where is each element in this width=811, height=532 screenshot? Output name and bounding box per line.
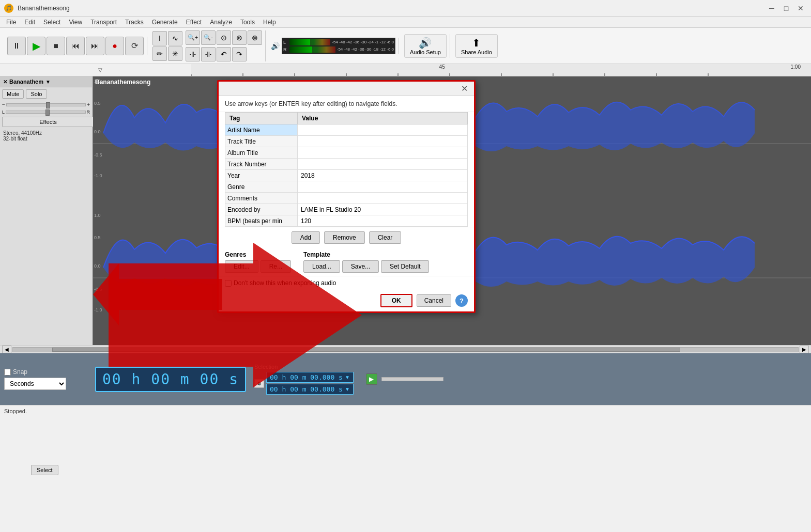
ok-button[interactable]: OK [380,294,412,307]
scroll-thumb[interactable] [52,348,680,352]
artist-name-input[interactable] [300,126,465,134]
zoom-in-tool[interactable]: 🔍+ [186,30,200,45]
multitool[interactable]: ✳ [168,46,182,61]
bpm-value[interactable] [298,215,468,227]
genre-value[interactable] [298,181,468,193]
menu-edit[interactable]: Edit [20,18,39,27]
menu-select[interactable]: Select [39,18,65,27]
share-audio-button[interactable]: ⬆ Share Audio [455,34,498,58]
track-number-value[interactable] [298,159,468,170]
cancel-button[interactable]: Cancel [417,294,451,307]
close-button[interactable]: ✕ [794,2,807,14]
redo-tool[interactable]: ↷ [232,47,247,61]
undo-tool[interactable]: ↶ [217,47,231,61]
volume-slider[interactable] [6,103,86,106]
svg-text:0.0: 0.0 [94,129,101,134]
snap-checkbox[interactable] [4,369,11,375]
menu-view[interactable]: View [65,18,86,27]
add-button[interactable]: Add [292,231,320,244]
help-button[interactable]: ? [455,294,468,307]
edit-button[interactable]: Edit... [225,260,258,273]
zoom-out-tool[interactable]: 🔍- [201,30,216,45]
encoded-by-value[interactable] [298,204,468,215]
menu-analyze[interactable]: Analyze [206,18,236,27]
draw-tool[interactable]: ✏ [152,46,167,61]
skip-back-button[interactable]: ⏮ [66,37,85,55]
track-menu[interactable]: ▼ [45,79,51,85]
bpm-input[interactable] [300,217,465,225]
table-row: Year [225,170,468,181]
menu-generate[interactable]: Generate [148,18,182,27]
zoom-fit-tool[interactable]: ⊙ [217,30,231,45]
volume-minus[interactable]: − [2,102,5,107]
scroll-left-button[interactable]: ◀ [2,346,11,353]
volume-thumb[interactable] [46,102,50,108]
dialog-ok-area: OK Cancel ? [219,290,474,311]
minimize-button[interactable]: ─ [766,2,778,14]
speed-slider[interactable] [381,377,443,381]
zoom-sel-tool[interactable]: ⊚ [232,30,247,45]
clear-button[interactable]: Clear [369,231,402,244]
silence-tool[interactable]: -||- [201,47,216,61]
album-title-value[interactable] [298,147,468,159]
menu-help[interactable]: Help [259,18,280,27]
volume-plus[interactable]: + [87,102,90,107]
year-input[interactable] [300,171,465,180]
pan-slider[interactable] [6,111,85,114]
track-collapse[interactable]: ✕ [3,79,7,85]
load-button[interactable]: Load... [303,260,340,273]
zoom-other-tool[interactable]: ⊛ [248,30,262,45]
solo-button[interactable]: Solo [26,89,47,99]
skip-forward-button[interactable]: ⏭ [86,37,104,55]
selection-tool[interactable]: I [152,31,167,45]
menu-transport[interactable]: Transport [86,18,121,27]
album-title-input[interactable] [300,149,465,157]
scroll-track[interactable] [12,347,799,352]
loop-button[interactable]: ⟳ [125,37,144,55]
genre-input[interactable] [300,183,465,191]
menu-effect[interactable]: Effect [182,18,206,27]
menu-tools[interactable]: Tools [236,18,259,27]
audio-setup-button[interactable]: 🔊 Audio Setup [404,34,447,58]
svg-text:-1.0: -1.0 [94,173,102,178]
menu-tracks[interactable]: Tracks [121,18,148,27]
meter-section: 🔊 L -54 -48 -42 -36 -30 -24 -1 -12 -6 0 … [268,38,399,54]
year-value[interactable] [298,170,468,181]
dont-show-checkbox[interactable] [225,280,232,287]
horizontal-scrollbar[interactable]: ◀ ▶ [0,345,811,353]
trim-tool[interactable]: -||- [186,47,200,61]
effects-button[interactable]: Effects [2,117,94,127]
track-number-input[interactable] [300,160,465,168]
comments-input[interactable] [300,194,465,202]
select-button[interactable]: Select [31,465,58,475]
selection-end-dropdown[interactable]: ▼ [345,386,350,392]
pause-button[interactable]: ⏸ [7,37,26,55]
comments-value[interactable] [298,193,468,204]
track-number-tag: Track Number [225,159,298,170]
selection-settings-button[interactable]: ⚙ [254,379,264,388]
genre-buttons: Edit... Re... [225,260,291,273]
pan-thumb[interactable] [45,109,50,116]
track-title-value[interactable] [298,136,468,147]
dialog-close-button[interactable]: ✕ [459,84,470,93]
set-default-button[interactable]: Set Default [381,260,429,273]
table-row: BPM (beats per min [225,215,468,227]
artist-name-value[interactable] [298,124,468,136]
remove-button[interactable]: Remove [324,231,365,244]
app-icon: 🎵 [4,4,13,13]
reset-button[interactable]: Re... [261,260,291,273]
scroll-right-button[interactable]: ▶ [800,346,809,353]
envelope-tool[interactable]: ∿ [168,31,182,45]
maximize-button[interactable]: □ [780,2,792,14]
play-small-button[interactable]: ▶ [366,373,377,385]
track-title-input[interactable] [300,137,465,146]
record-button[interactable]: ● [105,37,124,55]
stop-button[interactable]: ■ [47,37,65,55]
encoded-by-input[interactable] [300,206,465,214]
play-button[interactable]: ▶ [27,37,45,55]
menu-file[interactable]: File [2,18,20,27]
selection-start-dropdown[interactable]: ▼ [345,374,350,380]
seconds-dropdown[interactable]: Seconds [4,378,66,390]
save-button[interactable]: Save... [342,260,379,273]
mute-button[interactable]: Mute [2,89,24,99]
